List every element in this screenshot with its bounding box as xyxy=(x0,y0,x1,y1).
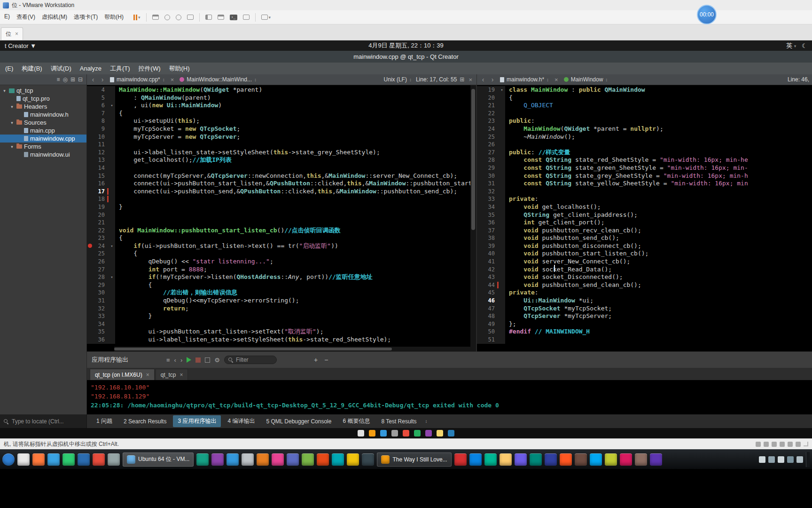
sync-with-editor-icon[interactable]: ◎ xyxy=(62,76,67,83)
line-number[interactable]: 33 xyxy=(87,312,109,320)
line-number[interactable]: 32 xyxy=(477,188,499,196)
taskbar-app-icon[interactable] xyxy=(605,453,617,466)
code-line[interactable]: 20{ xyxy=(477,94,812,102)
code-line[interactable]: 29 const QString state_green_SheetStyle … xyxy=(477,164,812,172)
symbol-dropdown[interactable]: MainWindow ↕ xyxy=(562,76,609,83)
code-line[interactable]: 41 void server_New_Connect_cb(); xyxy=(477,258,812,266)
code-line[interactable]: 49}; xyxy=(477,320,812,328)
line-number[interactable]: 33 xyxy=(477,195,499,203)
fold-marker[interactable] xyxy=(109,180,115,188)
code-line[interactable]: 6▾ , ui(new Ui::MainWindow) xyxy=(87,102,476,110)
code-line[interactable]: 13 get_localhost();//加载IP列表 xyxy=(87,156,476,164)
fold-marker[interactable] xyxy=(109,203,115,211)
fold-marker[interactable] xyxy=(499,312,505,320)
taskbar-app-icon[interactable] xyxy=(515,453,527,466)
show-library-icon[interactable] xyxy=(205,15,212,20)
line-number[interactable]: 31 xyxy=(477,180,499,188)
line-number[interactable]: 10 xyxy=(87,133,109,141)
line-number[interactable]: 17 xyxy=(87,188,109,196)
qtcreator-menu-item[interactable]: (E) xyxy=(1,64,17,73)
code-line[interactable]: 51 xyxy=(477,336,812,344)
line-number[interactable]: 42 xyxy=(477,266,499,274)
night-mode-icon[interactable]: ☾ xyxy=(802,42,807,49)
line-number[interactable]: 24 xyxy=(477,125,499,133)
code-line[interactable]: 39 void pushbutton_disconnect_cb(); xyxy=(477,242,812,250)
line-number[interactable]: 25 xyxy=(477,133,499,141)
code-line[interactable]: 48 QTcpServer *myTcpServer; xyxy=(477,312,812,320)
next-item-icon[interactable]: › xyxy=(180,357,182,364)
taskbar-app-icon[interactable] xyxy=(302,453,314,466)
output-tab[interactable]: qt_tcp× xyxy=(156,369,188,380)
vm-device-icon[interactable] xyxy=(788,442,793,447)
send-ctrl-alt-del-icon[interactable] xyxy=(152,15,159,20)
line-number[interactable]: 49 xyxy=(477,320,499,328)
project-tree-item-main.cpp[interactable]: main.cpp xyxy=(0,127,86,135)
project-tree-item-Forms[interactable]: ▾Forms xyxy=(0,143,86,151)
taskbar-app-icon[interactable] xyxy=(575,453,587,466)
vm-device-icon[interactable] xyxy=(764,442,769,447)
close-tab-icon[interactable]: × xyxy=(180,372,183,378)
collapse-all-icon[interactable]: ⊟ xyxy=(78,76,83,83)
encoding-dropdown[interactable]: Unix (LF) ↕ xyxy=(383,76,413,83)
stop-button[interactable] xyxy=(195,357,201,363)
vertical-scrollbar[interactable] xyxy=(470,85,476,351)
fold-marker[interactable] xyxy=(499,195,505,203)
line-number[interactable]: 9 xyxy=(87,125,109,133)
qtcreator-menu-item[interactable]: 调试(D) xyxy=(47,63,76,74)
line-number[interactable]: 21 xyxy=(477,102,499,110)
taskbar-app-icon[interactable] xyxy=(257,453,269,466)
project-tree-item-qt_tcp.pro[interactable]: qt_tcp.pro xyxy=(0,95,86,103)
start-button[interactable] xyxy=(2,453,15,466)
vmware-menu-item[interactable]: 虚拟机(M) xyxy=(39,12,70,23)
project-tree-item-Headers[interactable]: ▾Headers xyxy=(0,103,86,111)
fold-marker[interactable] xyxy=(109,328,115,336)
fold-marker[interactable]: ▾ xyxy=(499,86,505,94)
line-number[interactable]: 8 xyxy=(87,117,109,125)
dock-app-icon[interactable] xyxy=(448,430,454,437)
back-icon[interactable]: ‹ xyxy=(90,76,96,83)
fold-marker[interactable] xyxy=(109,219,115,227)
fold-marker[interactable] xyxy=(109,94,115,102)
forward-icon[interactable]: › xyxy=(489,76,496,83)
fold-marker[interactable] xyxy=(109,172,115,180)
line-number[interactable]: 13 xyxy=(87,156,109,164)
fold-marker[interactable] xyxy=(499,133,505,141)
line-number[interactable]: 5 xyxy=(87,94,109,102)
fold-marker[interactable] xyxy=(109,289,115,297)
vmware-menu-item[interactable]: E) xyxy=(1,12,13,23)
fold-marker[interactable] xyxy=(499,141,505,149)
fold-marker[interactable] xyxy=(499,258,505,266)
code-line[interactable]: 27 int port = 8888; xyxy=(87,266,476,274)
project-tree-item-Sources[interactable]: ▾Sources xyxy=(0,119,86,127)
dock-app-icon[interactable] xyxy=(414,430,421,437)
code-line[interactable]: 23{ xyxy=(87,234,476,242)
code-line[interactable]: 47 QTcpSocket *myTcpSocket; xyxy=(477,305,812,313)
dock-app-icon[interactable] xyxy=(425,430,432,437)
fold-marker[interactable] xyxy=(499,328,505,336)
output-pane-button[interactable]: 8 Test Results xyxy=(376,416,421,427)
fold-marker[interactable] xyxy=(499,180,505,188)
line-number[interactable]: 11 xyxy=(87,141,109,149)
zoom-out-icon[interactable]: − xyxy=(324,356,328,364)
line-number[interactable]: 40 xyxy=(477,250,499,258)
line-number[interactable]: 20 xyxy=(477,94,499,102)
line-number[interactable]: 37 xyxy=(477,227,499,235)
line-number[interactable]: 26 xyxy=(87,258,109,266)
close-document-icon[interactable]: × xyxy=(169,76,176,83)
fold-marker[interactable] xyxy=(499,266,505,274)
project-tree-item-qt_tcp[interactable]: ▾qt_tcp xyxy=(0,87,86,95)
taskbar-app-icon[interactable] xyxy=(620,453,632,466)
symbol-dropdown[interactable]: MainWindow::MainWind... ↕ xyxy=(178,76,258,83)
code-line[interactable]: 11 xyxy=(87,141,476,149)
fold-marker[interactable] xyxy=(109,211,115,219)
expand-all-icon[interactable]: ⊞ xyxy=(70,76,75,83)
taskbar-app-icon[interactable] xyxy=(211,453,224,466)
code-line[interactable]: 35 ui->pushButton_start_listen->setText(… xyxy=(87,328,476,336)
fold-marker[interactable] xyxy=(499,336,505,344)
code-line[interactable]: 21 Q_OBJECT xyxy=(477,102,812,110)
output-pane-button[interactable]: 4 编译输出 xyxy=(223,415,259,427)
fold-marker[interactable] xyxy=(499,250,505,258)
taskbar-app-icon[interactable] xyxy=(590,453,602,466)
line-number[interactable]: 14 xyxy=(87,164,109,172)
code-line[interactable]: 34 xyxy=(87,320,476,328)
